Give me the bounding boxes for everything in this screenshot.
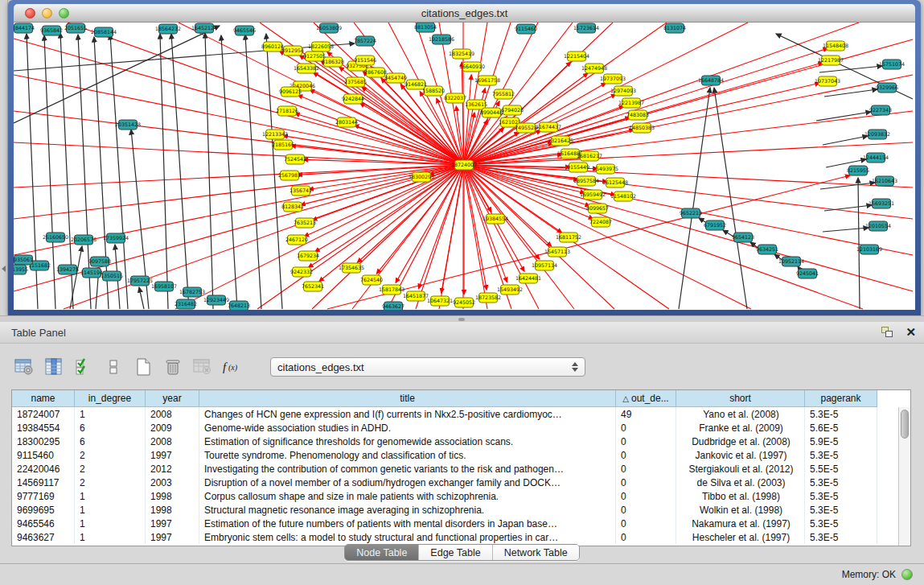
network-node[interactable]: 7955812 (492, 89, 515, 99)
network-node[interactable]: 8128342 (281, 202, 304, 212)
table-cell[interactable]: Corpus callosum shape and size in male p… (199, 489, 616, 503)
table-cell[interactable]: 1997 (146, 448, 199, 462)
column-header-title[interactable]: title (199, 390, 616, 407)
table-cell[interactable]: 9463627 (12, 530, 75, 544)
network-node[interactable]: 9227343 (869, 105, 892, 115)
table-cell[interactable]: 18724007 (12, 407, 75, 421)
table-cell[interactable]: 0 (616, 476, 676, 489)
table-cell[interactable]: Estimation of the future numbers of pati… (199, 517, 616, 530)
network-node[interactable]: 9652213 (680, 208, 702, 218)
table-cell[interactable]: Estimation of significance thresholds fo… (199, 435, 616, 448)
table-row[interactable]: 1938455462009Genome-wide association stu… (12, 421, 910, 435)
table-cell[interactable]: 6 (75, 421, 146, 435)
network-node[interactable]: 7635213 (294, 218, 316, 228)
network-node[interactable]: 8813054 (414, 23, 437, 32)
table-cell[interactable]: Genome-wide association studies in ADHD. (199, 421, 616, 435)
network-node[interactable]: 935061 (14, 255, 33, 265)
network-node[interactable]: 17957225 (127, 276, 153, 286)
table-cell[interactable]: Stergiakouli et al. (2012) (676, 462, 805, 476)
network-node[interactable]: 16125448 (602, 178, 628, 187)
network-node[interactable]: 7495528 (515, 123, 537, 133)
create-column-icon[interactable] (132, 356, 154, 378)
table-cell[interactable]: 14569117 (12, 476, 75, 489)
network-node[interactable]: 18957584 (573, 176, 599, 186)
table-cell[interactable]: 1 (75, 530, 146, 544)
network-node[interactable]: 18564232 (155, 24, 181, 34)
table-cell[interactable]: 1 (75, 407, 146, 421)
network-canvas[interactable]: 8960124891295418226058912750516543382818… (14, 23, 915, 310)
network-node[interactable]: 17354635 (339, 263, 364, 273)
network-node[interactable]: 8215955 (847, 166, 869, 175)
float-panel-icon[interactable] (881, 327, 894, 338)
network-node[interactable]: 9329966 (876, 83, 898, 93)
network-node[interactable]: 16640910 (459, 62, 485, 72)
network-node[interactable]: 1844174 (14, 23, 35, 33)
table-cell[interactable]: 49 (616, 407, 676, 421)
network-node[interactable]: 16543382 (294, 64, 319, 73)
table-mode-icon[interactable] (13, 356, 35, 378)
tab-network-table[interactable]: Network Table (493, 545, 579, 560)
network-node[interactable]: 2051655 (64, 23, 87, 33)
column-header-name[interactable]: name (12, 390, 75, 407)
table-cell[interactable]: Structural magnetic resonance image aver… (199, 503, 616, 517)
table-cell[interactable]: 1 (75, 503, 146, 517)
column-header-in-degree[interactable]: in_degree (75, 390, 146, 407)
network-node[interactable]: 15751074 (879, 60, 905, 69)
network-node[interactable]: 9242332 (290, 267, 313, 277)
network-node[interactable]: 18226058 (308, 42, 334, 51)
table-selector-dropdown[interactable]: citations_edges.txt (270, 357, 585, 377)
network-node[interactable]: 16959492 (580, 190, 606, 200)
network-node[interactable]: 8186328 (322, 57, 344, 67)
table-cell[interactable]: 1998 (146, 489, 199, 503)
network-node[interactable]: 18724007 (451, 160, 477, 170)
network-node[interactable]: 16961758 (474, 76, 500, 85)
network-node[interactable]: 19384554 (483, 214, 508, 224)
network-node[interactable]: 16816217 (577, 151, 602, 161)
table-cell[interactable]: 9115460 (12, 448, 75, 462)
table-cell[interactable]: 0 (616, 530, 676, 544)
network-node[interactable]: 11548102 (610, 192, 636, 201)
table-cell[interactable]: Investigating the contribution of common… (199, 462, 616, 476)
network-node[interactable]: 2718126 (276, 106, 298, 116)
table-cell[interactable]: 2012 (146, 462, 199, 476)
network-node[interactable]: 2867608 (364, 68, 387, 77)
table-cell[interactable]: 5.3E-5 (805, 476, 877, 489)
table-row[interactable]: 946362711997Embryonic stem cells: a mode… (12, 530, 910, 544)
network-node[interactable]: 8454749 (384, 73, 407, 83)
network-node[interactable]: 7857224 (354, 36, 376, 46)
table-cell[interactable]: Jankovic et al. (1997) (676, 448, 805, 462)
network-node[interactable]: 8131074 (663, 23, 686, 33)
network-node[interactable]: 7224087 (589, 217, 612, 227)
table-cell[interactable]: 5.6E-5 (805, 421, 877, 435)
network-node[interactable]: 12217987 (818, 56, 844, 65)
table-cell[interactable]: 9465546 (12, 517, 75, 530)
network-node[interactable]: 19218586 (429, 35, 454, 44)
network-node[interactable]: 1679234 (297, 251, 319, 261)
table-cell[interactable]: 5.3E-5 (805, 448, 877, 462)
network-node[interactable]: 7483083 (626, 110, 649, 120)
table-row[interactable]: 969969511998Structural magnetic resonanc… (12, 503, 910, 517)
network-node[interactable]: 9365842 (40, 26, 63, 35)
network-node[interactable]: 6791952 (704, 220, 726, 230)
network-node[interactable]: 9242844 (342, 94, 364, 104)
table-cell[interactable]: 2003 (146, 476, 199, 489)
network-node[interactable]: 15693251 (869, 199, 894, 208)
network-node[interactable]: 16648784 (698, 76, 724, 85)
network-node[interactable]: 1356741 (290, 186, 312, 196)
network-node[interactable]: 12093832 (864, 130, 890, 139)
function-builder-icon[interactable]: f(x) (221, 356, 244, 378)
table-cell[interactable]: de Silva et al. (2003) (676, 476, 805, 489)
network-node[interactable]: 8912954 (281, 46, 304, 56)
network-node[interactable]: 7652341 (302, 282, 324, 291)
table-cell[interactable]: Nakamura et al. (1997) (676, 517, 805, 530)
network-node[interactable]: 6794028 (501, 105, 524, 115)
network-node[interactable]: 20858144 (91, 27, 117, 37)
table-cell[interactable]: 0 (616, 421, 676, 435)
network-node[interactable]: 15723614 (573, 23, 599, 33)
table-cell[interactable]: 1997 (146, 530, 199, 544)
network-node[interactable]: 12444154 (863, 153, 889, 163)
network-node[interactable]: 1394275 (56, 265, 79, 274)
network-node[interactable]: 13216425 (548, 136, 573, 146)
network-node[interactable]: 9463627 (382, 302, 405, 310)
table-cell[interactable]: 0 (616, 503, 676, 517)
